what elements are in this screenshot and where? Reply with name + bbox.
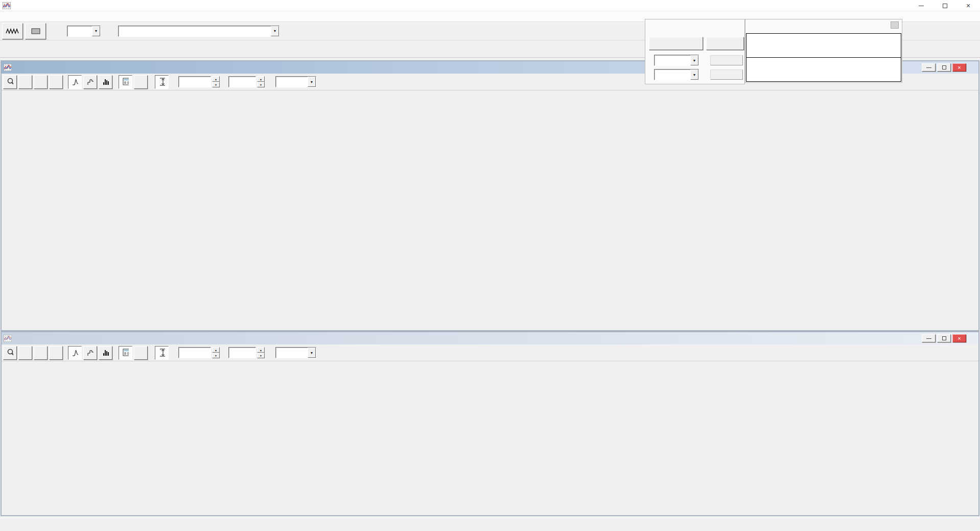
step-plot-mode-icon[interactable]: [83, 346, 97, 360]
signal-generator-panel: ▼ ▼: [645, 19, 745, 84]
app-icon: [3, 2, 11, 9]
thd-right-value: [746, 57, 901, 81]
plot-range-stepper[interactable]: ▲▼: [257, 76, 265, 87]
restore-icon[interactable]: [933, 0, 956, 11]
stop-button[interactable]: [25, 23, 46, 39]
maximize-icon[interactable]: [937, 63, 951, 72]
amplitude-range-icon[interactable]: [155, 346, 169, 360]
minimize-icon[interactable]: [922, 63, 936, 72]
marker-button[interactable]: [134, 346, 148, 360]
plot-range-stepper[interactable]: ▲▼: [257, 347, 265, 358]
line-plot-mode-icon[interactable]: [68, 75, 82, 89]
plot-top-input[interactable]: [178, 76, 211, 87]
avg-select[interactable]: ▼: [67, 26, 101, 37]
zoom-in-2x-button[interactable]: [18, 346, 32, 360]
zoom-in-2x-button[interactable]: [18, 75, 32, 89]
spin-up-icon[interactable]: ▲: [212, 76, 220, 82]
spectrum-right-toolbar: ▲▼ ▲▼ ▼: [2, 344, 978, 361]
control-panel-icon[interactable]: [119, 346, 132, 360]
close-icon[interactable]: ×: [952, 63, 966, 72]
bar-plot-mode-icon[interactable]: [99, 75, 112, 89]
close-icon[interactable]: ×: [956, 0, 980, 11]
spin-down-icon[interactable]: ▼: [212, 353, 220, 358]
spin-up-icon[interactable]: ▲: [257, 347, 265, 353]
left-details-button[interactable]: [710, 55, 743, 65]
spectrum-right-titlebar[interactable]: ×: [2, 332, 978, 344]
generator-run-button[interactable]: [649, 37, 703, 50]
left-signal-select[interactable]: ▼: [654, 55, 699, 66]
bar-plot-mode-icon[interactable]: [99, 346, 112, 360]
step-plot-mode-icon[interactable]: [83, 75, 97, 89]
chevron-down-icon[interactable]: ▼: [271, 26, 279, 36]
spectrum-left-window: × ▲▼ ▲▼ ▼: [1, 60, 979, 331]
chevron-down-icon[interactable]: ▼: [690, 70, 698, 80]
zoom-out-2x-button[interactable]: [34, 346, 48, 360]
run-button[interactable]: [2, 23, 23, 39]
spectrum-window-icon: [4, 335, 12, 342]
control-panel-icon[interactable]: [119, 75, 132, 89]
peak-hold-select[interactable]: ▼: [275, 347, 316, 358]
thd-left-value: [746, 34, 901, 57]
line-plot-mode-icon[interactable]: [68, 346, 82, 360]
amplitude-range-icon[interactable]: [155, 75, 169, 89]
generator-level-button[interactable]: [706, 37, 744, 50]
main-titlebar: ×: [0, 0, 980, 11]
marker-button[interactable]: [134, 75, 148, 89]
stop-icon: [30, 28, 42, 35]
zoom-out-full-button[interactable]: [49, 75, 63, 89]
minimize-icon[interactable]: [909, 0, 933, 11]
chevron-down-icon[interactable]: ▼: [308, 348, 316, 358]
spin-up-icon[interactable]: ▲: [257, 76, 265, 82]
chevron-down-icon[interactable]: ▼: [690, 55, 698, 65]
run-waveform-icon: [6, 28, 20, 35]
zoom-icon[interactable]: [3, 75, 17, 89]
maximize-icon[interactable]: [937, 334, 951, 342]
thd-readout: [746, 33, 901, 82]
chevron-down-icon[interactable]: ▼: [92, 26, 100, 36]
zoom-out-full-button[interactable]: [49, 346, 63, 360]
spin-down-icon[interactable]: ▼: [257, 353, 265, 358]
app-window: × ▼ ▼: [0, 0, 980, 531]
minimize-icon[interactable]: [922, 334, 936, 342]
plot-top-input[interactable]: [178, 347, 211, 358]
panel-menu-icon[interactable]: [891, 21, 899, 29]
right-signal-select[interactable]: ▼: [654, 69, 699, 80]
zoom-icon[interactable]: [3, 346, 17, 360]
status-bar: [0, 518, 980, 531]
thd-panel: [745, 19, 902, 83]
spin-up-icon[interactable]: ▲: [212, 347, 220, 353]
close-icon[interactable]: ×: [952, 334, 966, 342]
plot-top-stepper[interactable]: ▲▼: [212, 347, 220, 358]
spectrum-right-window: × ▲▼ ▲▼ ▼: [1, 331, 979, 516]
spin-down-icon[interactable]: ▼: [257, 82, 265, 87]
zoom-out-2x-button[interactable]: [34, 75, 48, 89]
plot-range-input[interactable]: [228, 76, 256, 87]
plot-range-input[interactable]: [228, 347, 256, 358]
spectrum-window-icon: [4, 64, 12, 71]
load-configuration-select[interactable]: ▼: [118, 26, 279, 37]
plot-top-stepper[interactable]: ▲▼: [212, 76, 220, 87]
spin-down-icon[interactable]: ▼: [212, 82, 220, 87]
chevron-down-icon[interactable]: ▼: [308, 77, 316, 87]
peak-hold-select[interactable]: ▼: [275, 76, 316, 87]
right-details-button[interactable]: [710, 70, 743, 80]
